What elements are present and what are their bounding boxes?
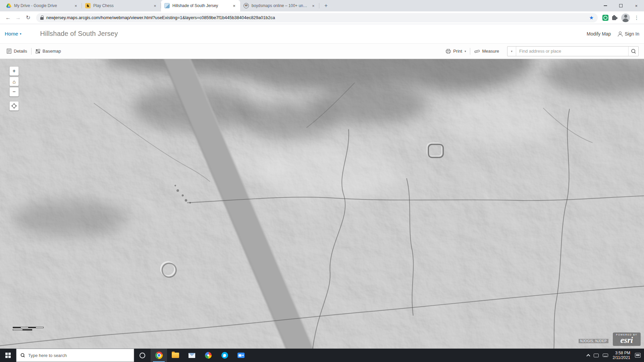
hidden-icons-chevron[interactable] — [586, 354, 590, 358]
back-button[interactable]: ← — [3, 13, 13, 22]
windows-taskbar: 3:58 PM 2/11/2021 — [0, 349, 644, 362]
profile-avatar[interactable] — [621, 13, 630, 22]
lock-icon — [40, 15, 44, 20]
action-center-icon[interactable] — [635, 353, 641, 358]
person-icon — [618, 32, 622, 36]
details-button[interactable]: Details — [3, 46, 31, 56]
chess-icon: ♞ — [85, 3, 91, 8]
tab-hillshade-active[interactable]: Hillshade of South Jersey × — [161, 0, 240, 11]
tab-close-icon[interactable]: × — [73, 3, 78, 8]
minimize-button[interactable] — [598, 0, 613, 11]
url-omnibox[interactable]: newjersey.maps.arcgis.com/home/webmap/vi… — [36, 13, 598, 22]
default-extent-button[interactable]: ⌂ — [9, 77, 19, 86]
find-my-location-button[interactable] — [9, 101, 19, 111]
file-explorer-button[interactable] — [167, 349, 183, 362]
cortana-button[interactable] — [134, 349, 151, 362]
sign-in-label: Sign In — [625, 31, 639, 37]
taskbar-search-input[interactable] — [28, 353, 130, 358]
url-text: newjersey.maps.arcgis.com/home/webmap/vi… — [46, 15, 587, 20]
esri-logo: POWERED BY esri — [613, 333, 641, 346]
arcgis-icon — [164, 3, 170, 8]
basemap-label: Basemap — [43, 49, 61, 54]
browser-addressbar: ← → ↻ newjersey.maps.arcgis.com/home/web… — [0, 11, 644, 24]
locate-icon — [11, 103, 17, 109]
ruler-icon — [474, 49, 480, 54]
toolbar-separator — [470, 48, 470, 55]
page-title: Hillshade of South Jersey — [40, 30, 118, 38]
details-label: Details — [14, 49, 27, 54]
search-options-dropdown[interactable]: ▾ — [507, 47, 516, 56]
clock-date: 2/11/2021 — [613, 355, 631, 360]
system-tray: 3:58 PM 2/11/2021 — [584, 349, 644, 362]
arcgis-header: Home ▾ Hillshade of South Jersey Modify … — [0, 24, 644, 44]
tab-google-drive[interactable]: My Drive - Google Drive × — [3, 0, 82, 11]
modify-map-link[interactable]: Modify Map — [587, 31, 611, 37]
measure-button[interactable]: Measure — [471, 46, 502, 56]
toolbar-right: Print ▾ Measure ▾ — [442, 46, 641, 56]
print-button[interactable]: Print ▾ — [442, 46, 469, 56]
tab-close-icon[interactable]: × — [231, 3, 237, 8]
tab-title: Play Chess — [93, 3, 150, 8]
screen: My Drive - Google Drive × ♞ Play Chess ×… — [0, 0, 644, 362]
browser-tabstrip: My Drive - Google Drive × ♞ Play Chess ×… — [0, 0, 644, 11]
sign-in-link[interactable]: Sign In — [618, 31, 639, 37]
mail-icon — [189, 353, 195, 358]
tab-close-icon[interactable]: × — [311, 3, 316, 8]
details-icon — [7, 49, 11, 54]
taskbar-search[interactable] — [16, 349, 134, 362]
tab-play-chess[interactable]: ♞ Play Chess × — [82, 0, 161, 11]
tab-title: boydsmaps online – 100+ unique — [252, 3, 308, 8]
forward-button[interactable]: → — [13, 13, 23, 22]
bookmark-star-icon[interactable]: ★ — [589, 15, 594, 21]
chrome-taskbar-button[interactable] — [151, 349, 167, 362]
video-app-icon — [237, 353, 245, 358]
header-actions: Modify Map Sign In — [587, 31, 639, 37]
tab-boydsmaps[interactable]: W boydsmaps online – 100+ unique × — [240, 0, 319, 11]
wordpress-icon: W — [244, 3, 249, 8]
home-menu[interactable]: Home ▾ — [5, 31, 21, 37]
minimize-icon — [604, 5, 607, 6]
file-explorer-icon — [172, 353, 179, 358]
google-drive-icon — [6, 3, 11, 8]
browser-menu-icon[interactable]: ⋮ — [633, 15, 641, 21]
map-canvas[interactable]: + ⌂ − NJOGIS, NJDEP — [0, 59, 644, 349]
extensions-puzzle-icon[interactable] — [612, 15, 617, 20]
chevron-down-icon: ▾ — [465, 50, 466, 53]
zoom-out-button[interactable]: − — [9, 87, 19, 97]
hillshade-terrain-image — [0, 59, 644, 349]
photos-button[interactable] — [200, 349, 216, 362]
search-icon — [631, 49, 636, 54]
chat-app-button[interactable] — [216, 349, 233, 362]
zoom-in-button[interactable]: + — [9, 66, 19, 76]
video-app-button[interactable] — [233, 349, 249, 362]
display-tray-icon[interactable] — [594, 354, 599, 357]
address-search-input[interactable] — [516, 49, 628, 54]
mail-button[interactable] — [183, 349, 200, 362]
new-tab-button[interactable]: + — [321, 1, 331, 10]
pinwheel-app-icon — [205, 352, 212, 359]
esri-wordmark: esri — [616, 336, 637, 345]
extension-icon[interactable] — [602, 15, 608, 21]
maximize-icon — [619, 4, 623, 7]
measure-label: Measure — [482, 49, 499, 54]
print-label: Print — [453, 49, 462, 54]
scale-bar — [13, 327, 44, 330]
keyboard-tray-icon[interactable] — [603, 354, 608, 357]
toolbar-separator — [31, 48, 32, 55]
chevron-down-icon: ▾ — [20, 32, 21, 36]
basemap-icon — [36, 49, 40, 54]
home-label: Home — [5, 31, 18, 37]
reload-button[interactable]: ↻ — [23, 13, 33, 22]
taskbar-clock[interactable]: 3:58 PM 2/11/2021 — [612, 351, 631, 360]
map-controls: + ⌂ − — [9, 66, 19, 111]
search-submit-button[interactable] — [628, 47, 638, 56]
basemap-button[interactable]: Basemap — [32, 46, 64, 56]
printer-icon — [446, 49, 451, 54]
close-window-button[interactable]: × — [629, 0, 644, 11]
windows-logo-icon — [5, 353, 11, 358]
tab-title: My Drive - Google Drive — [14, 3, 70, 8]
start-button[interactable] — [0, 349, 16, 362]
maximize-button[interactable] — [613, 0, 629, 11]
tab-close-icon[interactable]: × — [152, 3, 158, 8]
map-attribution: NJOGIS, NJDEP — [579, 339, 608, 343]
